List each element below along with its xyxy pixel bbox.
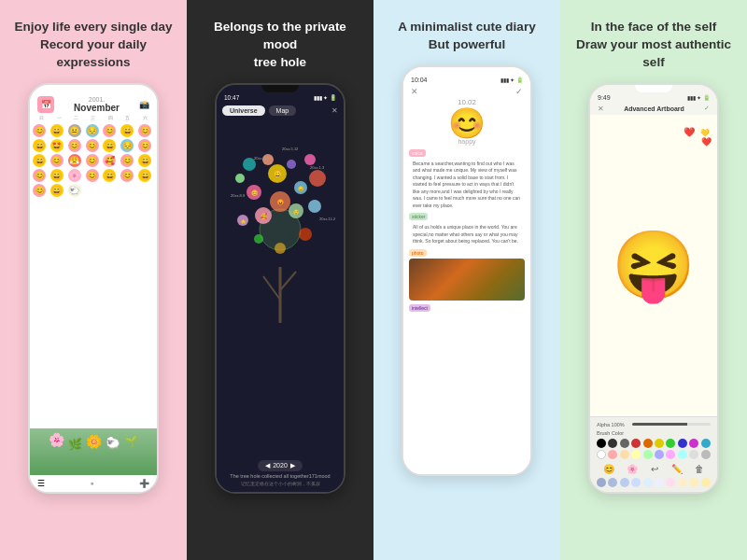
emoji-cell-20[interactable]: 😄 [138,154,151,167]
color-swatch-r3-6[interactable] [666,478,675,487]
emoji-cell-4[interactable]: 😊 [103,124,116,137]
color-swatch-r2-2[interactable] [620,450,629,459]
color-swatch-r3-5[interactable] [655,478,664,487]
color-swatch-4[interactable] [643,439,653,448]
svg-point-27 [299,228,312,241]
p4-artboard-title: Advanced Artboard [624,105,684,112]
emoji-cell-28[interactable]: 😊 [33,184,46,197]
emoji-cell-15[interactable]: 😊 [50,154,63,167]
color-swatch-r3-0[interactable] [597,478,606,487]
phone-2: 10:47 ▮▮▮ ✦ 🔋 Universe Map ✕ [215,83,345,494]
emoji-cell-5[interactable]: 😄 [120,124,134,137]
day-wed: 三 [85,115,101,120]
p3-check-icon[interactable]: ✓ [515,87,523,96]
emoji-cell-3[interactable]: 😔 [86,124,99,137]
smiley-tool-icon[interactable]: 😊 [603,464,614,474]
emoji-cell-6[interactable]: 😊 [138,124,151,137]
emoji-cell-27[interactable]: 😄 [138,169,151,182]
bottom-indicator: ● [90,480,93,486]
emoji-cell-8[interactable]: 🤩 [50,139,63,152]
p4-close-icon[interactable]: ✕ [598,105,604,113]
emoji-cell-2[interactable]: 😐 [68,124,81,137]
emoji-cell-14[interactable]: 😄 [33,154,46,167]
color-swatch-r2-6[interactable] [666,450,675,459]
emoji-cell-19[interactable]: 😊 [120,154,134,167]
color-swatch-r3-7[interactable] [678,478,687,487]
p2-statusbar: 10:47 ▮▮▮ ✦ 🔋 [217,92,344,103]
emoji-cell-10[interactable]: 😊 [86,139,99,152]
color-swatch-r2-0[interactable] [597,450,606,459]
color-swatch-1[interactable] [608,439,617,448]
color-swatch-r2-8[interactable] [689,450,698,459]
emoji-cell-0[interactable]: 😊 [33,124,46,137]
p3-sticker-row: sticker [409,212,525,221]
emoji-cell-22[interactable]: 😄 [50,169,63,182]
color-swatch-r3-3[interactable] [631,478,641,487]
p4-time: 9:49 [598,94,611,101]
flower-1: 🌸 [49,432,64,447]
emoji-cell-21[interactable]: 😊 [33,169,46,182]
flower-tool-icon[interactable]: 🌸 [627,464,638,474]
color-swatch-r3-8[interactable] [689,478,698,487]
color-swatch-r2-7[interactable] [678,450,687,459]
emoji-cell-25[interactable]: 😄 [103,169,116,182]
emoji-cell-29[interactable]: 😄 [50,184,63,197]
svg-point-20 [309,170,326,187]
p3-voice-row: voice [409,148,525,158]
color-swatch-r2-1[interactable] [608,450,617,459]
emoji-cell-13[interactable]: 😊 [138,139,151,152]
color-swatch-r3-9[interactable] [701,478,711,487]
bottom-icon-1: ☰ [37,479,45,488]
p3-navbar: ✕ ✓ [403,85,530,98]
svg-text:20xx.1.3: 20xx.1.3 [310,165,325,170]
color-grid-2 [597,450,711,459]
svg-point-22 [287,160,296,169]
p3-close-icon[interactable]: ✕ [411,87,418,96]
phone-2-screen: 10:47 ▮▮▮ ✦ 🔋 Universe Map ✕ [217,92,344,492]
tab-universe[interactable]: Universe [222,105,265,116]
emoji-cell-7[interactable]: 😄 [33,139,46,152]
color-swatch-r2-3[interactable] [631,450,641,459]
character: 🐑 [106,436,120,450]
emoji-cell-24[interactable]: 😊 [86,169,99,182]
panel-2: Belongs to the private mood tree hole 10… [187,0,374,560]
p2-bottom-text: The tree hole collected all together171m… [222,473,338,481]
emoji-cell-9[interactable]: 😊 [68,139,81,152]
eraser-icon[interactable]: 🗑 [695,464,704,474]
emoji-cell-12[interactable]: 😔 [120,139,134,152]
alpha-slider[interactable] [632,423,711,426]
tab-map[interactable]: Map [269,105,297,116]
color-swatch-0[interactable] [597,439,606,448]
emoji-cell-30[interactable]: 🐑 [68,184,81,197]
color-swatch-r2-5[interactable] [655,450,664,459]
color-swatch-5[interactable] [655,439,664,448]
month-display: 2001. November [74,96,120,113]
color-swatch-r3-4[interactable] [643,478,653,487]
color-swatch-2[interactable] [620,439,629,448]
color-swatch-r3-2[interactable] [620,478,629,487]
flower-3: 🌼 [86,434,102,449]
p3-diary-text: Became a searcher,wanting to find out wh… [409,159,525,212]
color-swatch-6[interactable] [666,439,675,448]
p3-mood-label: happy [403,138,530,145]
emoji-cell-23[interactable]: 🌸 [68,169,81,182]
color-swatch-r2-9[interactable] [701,450,711,459]
emoji-cell-17[interactable]: 😊 [86,154,99,167]
emoji-cell-16[interactable]: 😤 [68,154,81,167]
p2-close-icon[interactable]: ✕ [331,106,338,115]
color-swatch-3[interactable] [631,439,641,448]
p3-photo-preview [409,259,525,301]
pen-icon[interactable]: ✏️ [671,464,683,474]
color-swatch-r2-4[interactable] [643,450,653,459]
emoji-cell-1[interactable]: 😄 [50,124,63,137]
undo-icon[interactable]: ↩ [651,464,658,474]
color-swatch-r3-1[interactable] [608,478,617,487]
emoji-cell-18[interactable]: 🥰 [103,154,116,167]
p4-check[interactable]: ✓ [704,105,710,112]
color-swatch-7[interactable] [678,439,687,448]
emoji-cell-11[interactable]: 😄 [103,139,116,152]
color-swatch-8[interactable] [689,439,698,448]
color-swatch-9[interactable] [701,439,711,448]
emoji-cell-26[interactable]: 😊 [120,169,134,182]
svg-text:🥰: 🥰 [261,213,268,220]
